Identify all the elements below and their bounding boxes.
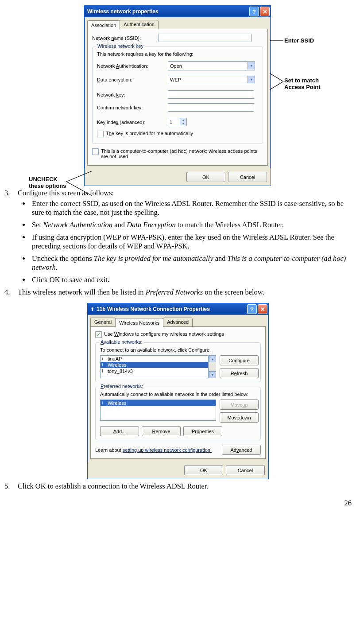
callout-uncheck: UNCHECK these options [29,176,66,189]
checkbox-icon [92,148,99,155]
auth-label: Network Authentication: [97,63,168,69]
bullet: Enter the correct SSID, as used on the W… [30,199,352,217]
bullet: Click OK to save and exit. [30,275,352,284]
enc-dropdown[interactable]: WEP ▾ [168,75,255,84]
refresh-button[interactable]: Refresh [220,368,259,378]
chevron-down-icon: ▾ [248,76,255,83]
list-item: 𝗂tony_814v3 [101,368,208,374]
step3-intro: Configure this screen as follows: [18,189,352,198]
add-button[interactable]: Add... [100,426,139,436]
ok-button[interactable]: OK [186,172,225,182]
help-icon[interactable]: ? [247,304,257,314]
cb-adhoc[interactable]: This is a computer-to-computer (ad hoc) … [92,148,263,159]
antenna-icon: 𝗂 [102,357,106,361]
window-title: 11b Wireless Network Connection Properti… [97,306,246,312]
tab-association[interactable]: Association [87,20,120,30]
step-number: 4. [4,288,18,297]
window-title: Wireless network properties [87,8,248,15]
titlebar: ⬆ 11b Wireless Network Connection Proper… [88,303,268,315]
callout-match: Set to match Access Point [284,77,321,90]
keyidx-spinner[interactable]: ▴▾ [168,118,187,126]
wireless-properties-dialog: Wireless network properties ? ✕ Associat… [84,5,271,186]
available-desc: To connect to an available network, clic… [100,347,256,353]
preferred-list[interactable]: 𝗂Wireless [100,400,216,421]
checkbox-icon [97,131,104,137]
list-item: 𝗂Wireless [101,362,208,368]
ssid-input[interactable] [159,34,252,42]
close-icon[interactable]: ✕ [260,7,270,16]
scrollbar[interactable]: ▴▾ [209,355,216,378]
cb-use-windows[interactable]: Use Windows to configure my wireless net… [95,331,261,338]
key-desc: This network requires a key for the foll… [97,51,258,57]
learn-text: Learn about setting up wireless network … [95,447,222,453]
bullet: Set Network Authentication and Data Encr… [30,221,352,229]
spin-up-icon[interactable]: ▴ [180,118,186,122]
bullet: Uncheck the options The key is provided … [30,254,352,272]
cancel-button[interactable]: Cancel [228,172,267,182]
tab-general[interactable]: General [90,318,116,326]
svg-line-4 [270,81,283,89]
bullet: If using data encryption (WEP or WPA-PSK… [30,233,352,251]
tab-wireless-networks[interactable]: Wireless Networks [115,318,163,327]
available-legend: Available networks: [99,339,144,345]
tab-advanced[interactable]: Advanced [163,318,193,326]
callout-ssid: Enter SSID [284,37,314,44]
properties-button[interactable]: Properties [183,426,222,436]
moveup-button[interactable]: Move up [220,400,259,410]
preferred-desc: Automatically connect to available netwo… [100,392,256,397]
confkey-input[interactable] [168,103,254,112]
checkbox-checked-icon [95,331,102,338]
svg-line-3 [270,74,283,81]
netkey-input[interactable] [168,90,254,99]
preferred-legend: Preferred networks: [99,384,144,389]
tab-authentication[interactable]: Authentication [120,20,159,29]
page-number: 26 [4,499,352,508]
enc-label: Data encryption: [97,77,168,82]
step-number: 5. [4,482,18,491]
network-icon: ⬆ [90,306,94,312]
list-item: 𝗂tinaAP [101,356,208,362]
step-number: 3. [4,189,18,288]
scroll-down-icon: ▾ [209,371,216,378]
confkey-label: Confirm network key: [97,105,168,110]
connection-properties-dialog: ⬆ 11b Wireless Network Connection Proper… [87,303,269,479]
close-icon[interactable]: ✕ [258,304,267,314]
available-list[interactable]: 𝗂tinaAP 𝗂Wireless 𝗂tony_814v3 [100,355,209,378]
configure-button[interactable]: Configure [220,355,259,365]
antenna-icon: 𝗂 [102,363,106,367]
keyidx-label: Key index (advanced): [97,120,168,125]
ssid-label: Network name (SSID): [92,35,159,41]
advanced-button[interactable]: Advanced [222,445,261,455]
auth-dropdown[interactable]: Open ▾ [168,61,255,70]
chevron-down-icon: ▾ [248,62,255,70]
ok-button[interactable]: OK [184,465,223,475]
learn-link[interactable]: setting up wireless network configuratio… [123,447,212,453]
antenna-icon: 𝗂 [102,401,106,405]
list-item: 𝗂Wireless [101,400,216,406]
group-key-legend: Wireless network key [96,43,145,49]
step5-text: Click OK to establish a connection to th… [18,482,352,491]
antenna-icon: 𝗂 [102,369,106,373]
netkey-label: Network key: [97,92,168,97]
movedown-button[interactable]: Move down [220,412,259,423]
spin-down-icon[interactable]: ▾ [180,122,186,125]
remove-button[interactable]: Remove [142,426,181,436]
step4-text: This wireless network will then be liste… [18,288,352,297]
scroll-up-icon: ▴ [209,355,216,362]
titlebar: Wireless network properties ? ✕ [85,6,271,17]
cancel-button[interactable]: Cancel [226,465,265,475]
help-icon[interactable]: ? [249,7,259,16]
cb-auto-key[interactable]: The key is provided for me automatically [97,131,258,137]
